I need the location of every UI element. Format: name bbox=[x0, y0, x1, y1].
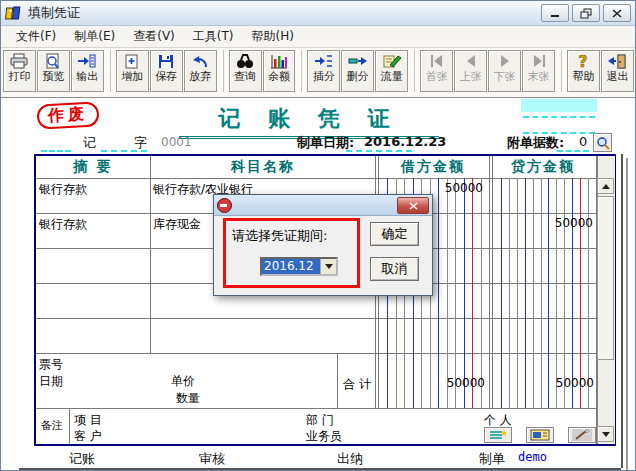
red-annotation-box bbox=[223, 218, 360, 288]
dashed-underline bbox=[101, 150, 147, 152]
menu-tools[interactable]: 工具(T) bbox=[184, 26, 243, 47]
bookkeeper-label: 记账 bbox=[69, 450, 95, 468]
app-window: 填制凭证 文件(F) 制单(E) 查看(V) 工具(T) 帮助(H) 打印 预览… bbox=[0, 0, 636, 471]
cashflow-button[interactable]: 流量 bbox=[375, 50, 408, 92]
add-button[interactable]: 增加 bbox=[116, 50, 149, 92]
cashier-label: 出纳 bbox=[337, 450, 363, 468]
dialog-title-bar bbox=[214, 195, 432, 216]
department-label[interactable]: 部 门 bbox=[306, 412, 334, 429]
card-tool-button[interactable] bbox=[526, 427, 554, 443]
binoculars-icon bbox=[235, 53, 255, 70]
restore-button[interactable] bbox=[572, 4, 600, 22]
card-icon bbox=[530, 429, 550, 441]
bill-date-label: 日期 bbox=[39, 373, 63, 390]
preview-magnifier-icon bbox=[43, 53, 63, 70]
discard-button[interactable]: 放弃 bbox=[184, 50, 217, 92]
period-select-dialog: 请选择凭证期间: 2016.12 确定 取消 bbox=[213, 194, 433, 296]
help-question-icon: ? bbox=[573, 53, 593, 70]
wand-tool-button[interactable] bbox=[568, 427, 596, 443]
preparer-name: demo bbox=[518, 450, 547, 464]
debit-amount-cell[interactable]: 50000 bbox=[379, 181, 483, 195]
ticket-label: 票号 bbox=[39, 356, 63, 373]
last-voucher-button: 末张 bbox=[522, 50, 555, 92]
window-title: 填制凭证 bbox=[28, 4, 80, 22]
menu-file[interactable]: 文件(F) bbox=[7, 26, 65, 47]
minimize-button[interactable] bbox=[541, 4, 569, 22]
menu-bar: 文件(F) 制单(E) 查看(V) 工具(T) 帮助(H) bbox=[1, 26, 635, 48]
note-tool-button[interactable] bbox=[484, 427, 512, 443]
prev-voucher-button: 上张 bbox=[454, 50, 487, 92]
row-summary-cell[interactable]: 银行存款 bbox=[39, 216, 87, 233]
export-button[interactable]: 输出 bbox=[71, 50, 104, 92]
total-label: 合 计 bbox=[339, 376, 375, 393]
voucher-area: 作废 记 账 凭 证 记 字 0001 制单日期: 2016.12.23 附单据… bbox=[1, 98, 635, 471]
delete-split-icon bbox=[348, 53, 368, 70]
highlight-field bbox=[521, 99, 597, 112]
next-voucher-button: 下张 bbox=[488, 50, 521, 92]
first-voucher-button: 首张 bbox=[420, 50, 453, 92]
menu-help[interactable]: 帮助(H) bbox=[243, 26, 303, 47]
scroll-down-button[interactable] bbox=[597, 426, 614, 442]
scroll-up-button[interactable] bbox=[597, 178, 614, 194]
toolbar-separator bbox=[296, 50, 302, 92]
down-arrow-icon bbox=[602, 432, 610, 437]
flow-pen-icon bbox=[382, 53, 402, 70]
save-button[interactable]: 保存 bbox=[150, 50, 183, 92]
paper-stack-edge bbox=[626, 158, 628, 471]
close-button[interactable] bbox=[603, 4, 631, 22]
dashed-underline bbox=[346, 150, 412, 152]
stop-icon bbox=[217, 198, 232, 213]
grid-line bbox=[150, 156, 151, 353]
first-arrow-icon bbox=[427, 53, 447, 70]
printer-icon bbox=[9, 53, 29, 70]
project-label[interactable]: 项 目 bbox=[74, 412, 102, 429]
help-button[interactable]: ? 帮助 bbox=[567, 50, 600, 92]
cancel-button[interactable]: 取消 bbox=[370, 257, 419, 281]
header-credit: 贷方金额 bbox=[490, 156, 596, 178]
header-summary: 摘 要 bbox=[36, 156, 150, 178]
delete-split-button[interactable]: 删分 bbox=[341, 50, 374, 92]
dashed-underline bbox=[41, 150, 71, 152]
voucher-word-prefix: 记 bbox=[83, 134, 96, 152]
void-stamp: 作废 bbox=[36, 101, 99, 129]
credit-ledger-ruling bbox=[493, 178, 596, 408]
print-button[interactable]: 打印 bbox=[3, 50, 36, 92]
header-account: 科目名称 bbox=[150, 156, 376, 178]
dialog-close-button[interactable] bbox=[397, 197, 429, 214]
ok-button[interactable]: 确定 bbox=[370, 222, 419, 246]
voucher-number[interactable]: 0001 bbox=[161, 135, 192, 149]
add-document-icon bbox=[122, 53, 142, 70]
attachments-count[interactable]: 0 bbox=[579, 134, 587, 149]
credit-amount-cell[interactable]: 50000 bbox=[493, 216, 593, 230]
next-arrow-icon bbox=[495, 53, 515, 70]
menu-view[interactable]: 查看(V) bbox=[124, 26, 184, 47]
menu-make[interactable]: 制单(E) bbox=[65, 26, 124, 47]
bar-chart-icon bbox=[269, 53, 289, 70]
toolbar-separator bbox=[218, 50, 224, 92]
scrollbar-thumb[interactable] bbox=[597, 196, 614, 360]
date-value[interactable]: 2016.12.23 bbox=[364, 134, 446, 149]
notes-sparkle-icon bbox=[488, 429, 508, 441]
salesman-label[interactable]: 业务员 bbox=[306, 428, 342, 445]
balance-button[interactable]: 余额 bbox=[263, 50, 296, 92]
attachments-magnifier-button[interactable] bbox=[593, 133, 612, 152]
paper-stack-edge bbox=[19, 468, 621, 470]
last-arrow-icon bbox=[529, 53, 549, 70]
preview-button[interactable]: 预览 bbox=[37, 50, 70, 92]
undo-arrow-icon bbox=[190, 53, 210, 70]
customer-label[interactable]: 客 户 bbox=[74, 428, 102, 445]
insert-split-button[interactable]: 插分 bbox=[307, 50, 340, 92]
header-debit: 借方金额 bbox=[376, 156, 490, 178]
export-arrow-icon bbox=[77, 53, 97, 70]
row-account-cell[interactable]: 库存现金 bbox=[153, 216, 201, 233]
note-label: 备注 bbox=[41, 418, 63, 433]
prev-arrow-icon bbox=[461, 53, 481, 70]
total-debit-cell: 50000 bbox=[379, 376, 485, 390]
exit-button[interactable]: 退出 bbox=[601, 50, 634, 92]
unit-price-label: 单价 bbox=[171, 373, 195, 390]
row-summary-cell[interactable]: 银行存款 bbox=[39, 181, 87, 198]
magic-wand-icon bbox=[572, 429, 592, 441]
toolbar-separator bbox=[409, 50, 415, 92]
exit-door-icon bbox=[607, 53, 627, 70]
query-button[interactable]: 查询 bbox=[229, 50, 262, 92]
